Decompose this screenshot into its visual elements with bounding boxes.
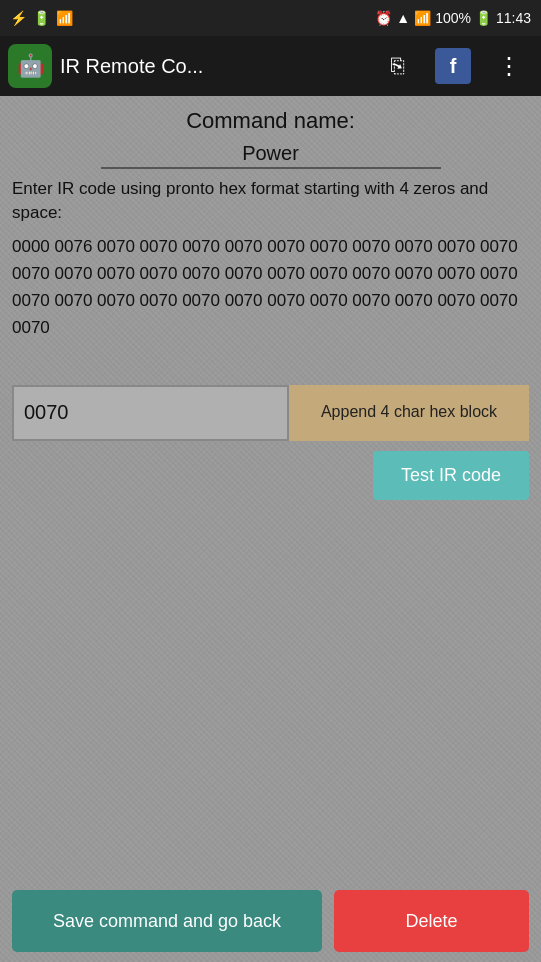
status-right-icons: ⏰ ▲ 📶 100% 🔋 11:43 [375, 10, 531, 26]
status-left-icons: 🔋 📶 [10, 10, 73, 26]
test-ir-button[interactable]: Test IR code [373, 451, 529, 500]
command-name-label: Command name: [12, 108, 529, 134]
menu-button[interactable] [485, 42, 533, 90]
battery-icon: 🔋 [475, 10, 492, 26]
share-icon [391, 53, 404, 79]
ir-code-instruction: Enter IR code using pronto hex format st… [12, 177, 529, 225]
hex-input-row: Append 4 char hex block [12, 385, 529, 441]
battery-percent: 100% [435, 10, 471, 26]
save-command-button[interactable]: Save command and go back [12, 890, 322, 952]
usb-icon [10, 10, 27, 26]
wifi-icon: 📶 [56, 10, 73, 26]
facebook-button[interactable]: f [429, 42, 477, 90]
bottom-bar: Save command and go back Delete [0, 880, 541, 962]
delete-button[interactable]: Delete [334, 890, 529, 952]
append-hex-button[interactable]: Append 4 char hex block [289, 385, 529, 441]
title-bar: 🤖 IR Remote Co... f [0, 36, 541, 96]
app-icon: 🤖 [8, 44, 52, 88]
clock: 11:43 [496, 10, 531, 26]
main-content: Command name: Enter IR code using pronto… [0, 96, 541, 962]
hex-input[interactable] [12, 385, 289, 441]
signal-bars-icon: 📶 [414, 10, 431, 26]
app-title: IR Remote Co... [60, 55, 365, 78]
alarm-icon: ⏰ [375, 10, 392, 26]
status-bar: 🔋 📶 ⏰ ▲ 📶 100% 🔋 11:43 [0, 0, 541, 36]
facebook-icon: f [435, 48, 471, 84]
wifi-signal-icon: ▲ [396, 10, 410, 26]
more-icon [497, 52, 521, 80]
battery-small-icon: 🔋 [33, 10, 50, 26]
robot-icon: 🤖 [17, 53, 44, 79]
share-button[interactable] [373, 42, 421, 90]
command-name-input[interactable] [101, 140, 441, 169]
ir-code-display: 0000 0076 0070 0070 0070 0070 0070 0070 … [12, 233, 529, 373]
